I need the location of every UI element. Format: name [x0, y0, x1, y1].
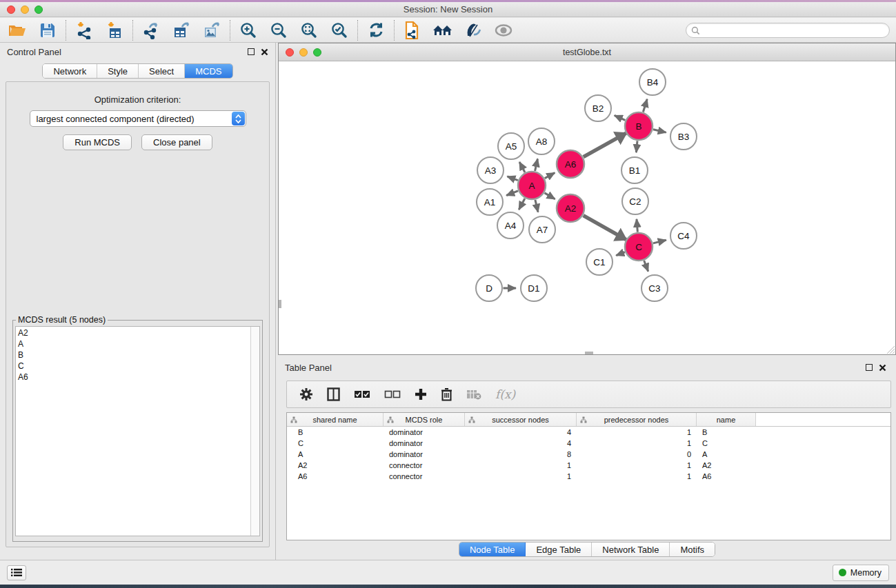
- window-resize-grip[interactable]: [886, 345, 895, 354]
- table-row[interactable]: Bdominator41B: [287, 427, 890, 438]
- edge-B-B4[interactable]: [643, 99, 647, 112]
- table-cell[interactable]: dominator: [384, 427, 465, 438]
- edge-A-A4[interactable]: [519, 199, 525, 210]
- table-cell[interactable]: C: [697, 438, 756, 449]
- node-A8[interactable]: A8: [528, 128, 555, 154]
- node-A[interactable]: A: [518, 172, 546, 199]
- node-C2[interactable]: C2: [622, 188, 648, 214]
- edge-C-C3[interactable]: [644, 261, 648, 272]
- run-mcds-button[interactable]: Run MCDS: [63, 134, 132, 150]
- table-cell[interactable]: connector: [384, 471, 465, 482]
- column-header-shared-name[interactable]: shared name: [287, 413, 384, 426]
- node-table[interactable]: shared nameMCDS rolesuccessor nodesprede…: [286, 412, 891, 540]
- close-table-panel-icon[interactable]: [879, 364, 886, 372]
- edge-B-B3[interactable]: [653, 130, 666, 132]
- node-B2[interactable]: B2: [585, 95, 611, 121]
- edge-C-C4[interactable]: [653, 240, 666, 243]
- result-list-item[interactable]: A: [18, 338, 259, 349]
- tab-node-table[interactable]: Node Table: [459, 543, 526, 556]
- table-cell[interactable]: 8: [465, 449, 577, 460]
- result-list-item[interactable]: C: [18, 361, 259, 372]
- table-row[interactable]: Adominator80A: [287, 449, 890, 460]
- tab-motifs[interactable]: Motifs: [670, 543, 715, 556]
- home-button[interactable]: [431, 19, 455, 41]
- column-header-name[interactable]: name: [697, 413, 756, 426]
- edge-A-A2[interactable]: [545, 193, 555, 199]
- canvas-left-scroll-tick[interactable]: [279, 300, 281, 308]
- column-header-MCDS-role[interactable]: MCDS role: [384, 413, 465, 426]
- tab-mcds[interactable]: MCDS: [185, 64, 232, 78]
- export-network-button[interactable]: [139, 19, 163, 41]
- memory-button[interactable]: Memory: [833, 565, 889, 581]
- node-D1[interactable]: D1: [521, 275, 547, 301]
- create-column-button[interactable]: [415, 388, 427, 401]
- deselect-all-button[interactable]: [384, 390, 401, 399]
- search-field[interactable]: [686, 23, 890, 38]
- show-column-button[interactable]: [327, 387, 340, 401]
- table-cell[interactable]: 1: [577, 438, 697, 449]
- table-cell[interactable]: 1: [465, 471, 577, 482]
- node-B1[interactable]: B1: [621, 157, 648, 183]
- table-cell[interactable]: A: [697, 449, 756, 460]
- tab-network[interactable]: Network: [43, 64, 97, 78]
- hide-details-button[interactable]: [492, 19, 515, 41]
- table-settings-button[interactable]: [299, 387, 313, 401]
- save-session-button[interactable]: [36, 19, 59, 41]
- import-table-button[interactable]: [103, 19, 126, 41]
- graphics-details-button[interactable]: [461, 19, 485, 41]
- node-C3[interactable]: C3: [641, 275, 668, 301]
- table-row[interactable]: A6connector11A6: [287, 471, 890, 482]
- zoom-in-button[interactable]: [237, 19, 260, 41]
- export-image-button[interactable]: [200, 19, 223, 41]
- result-list-item[interactable]: A6: [18, 372, 259, 383]
- column-header-successor-nodes[interactable]: successor nodes: [465, 413, 577, 426]
- result-list-scrollbar[interactable]: [250, 327, 259, 536]
- table-cell[interactable]: A6: [697, 471, 756, 482]
- edge-A-A1[interactable]: [506, 191, 518, 196]
- table-row[interactable]: Cdominator41C: [287, 438, 890, 449]
- node-A2[interactable]: A2: [557, 194, 584, 222]
- table-cell[interactable]: 4: [465, 427, 577, 438]
- tab-style[interactable]: Style: [97, 64, 139, 78]
- close-panel-button[interactable]: Close panel: [141, 134, 212, 150]
- edge-A2-C[interactable]: [584, 216, 626, 240]
- tab-edge-table[interactable]: Edge Table: [526, 543, 592, 556]
- table-row[interactable]: A2connector11A2: [287, 460, 890, 471]
- table-cell[interactable]: 1: [577, 460, 697, 471]
- edge-A6-B[interactable]: [584, 133, 626, 156]
- table-cell[interactable]: A2: [287, 460, 384, 471]
- table-cell[interactable]: 0: [577, 449, 697, 460]
- node-B4[interactable]: B4: [639, 69, 666, 95]
- result-list-item[interactable]: B: [18, 349, 259, 361]
- search-input[interactable]: [700, 26, 889, 35]
- node-B3[interactable]: B3: [670, 123, 697, 150]
- table-cell[interactable]: B: [697, 427, 756, 438]
- tab-network-table[interactable]: Network Table: [592, 543, 670, 556]
- tab-select[interactable]: Select: [139, 64, 185, 78]
- table-cell[interactable]: A: [287, 449, 384, 460]
- import-network-button[interactable]: [72, 19, 96, 41]
- network-window-titlebar[interactable]: testGlobe.txt: [279, 43, 895, 61]
- table-cell[interactable]: B: [287, 427, 384, 438]
- node-B[interactable]: B: [625, 112, 653, 140]
- zoom-out-button[interactable]: [267, 19, 290, 41]
- float-table-panel-icon[interactable]: [866, 364, 873, 371]
- table-cell[interactable]: dominator: [384, 438, 465, 449]
- edge-A-A3[interactable]: [507, 176, 517, 181]
- result-list-item[interactable]: A2: [18, 327, 259, 338]
- float-panel-icon[interactable]: [248, 48, 255, 55]
- mcds-result-list[interactable]: A2ABCA6: [15, 326, 260, 536]
- edge-B-B2[interactable]: [615, 115, 626, 120]
- table-cell[interactable]: dominator: [384, 449, 465, 460]
- node-C1[interactable]: C1: [586, 249, 613, 275]
- edge-A-A7[interactable]: [535, 200, 538, 212]
- open-session-button[interactable]: [6, 19, 29, 41]
- export-table-button[interactable]: [170, 19, 193, 41]
- canvas-bottom-scroll-tick[interactable]: [585, 352, 593, 354]
- table-cell[interactable]: A2: [697, 460, 756, 471]
- table-cell[interactable]: 4: [465, 438, 577, 449]
- zoom-selected-button[interactable]: [328, 19, 351, 41]
- edge-A-A8[interactable]: [535, 159, 538, 171]
- node-A7[interactable]: A7: [529, 216, 555, 243]
- network-canvas[interactable]: AA1A2A3A4A5A6A7A8BB1B2B3B4CC1C2C3C4DD1: [279, 61, 895, 354]
